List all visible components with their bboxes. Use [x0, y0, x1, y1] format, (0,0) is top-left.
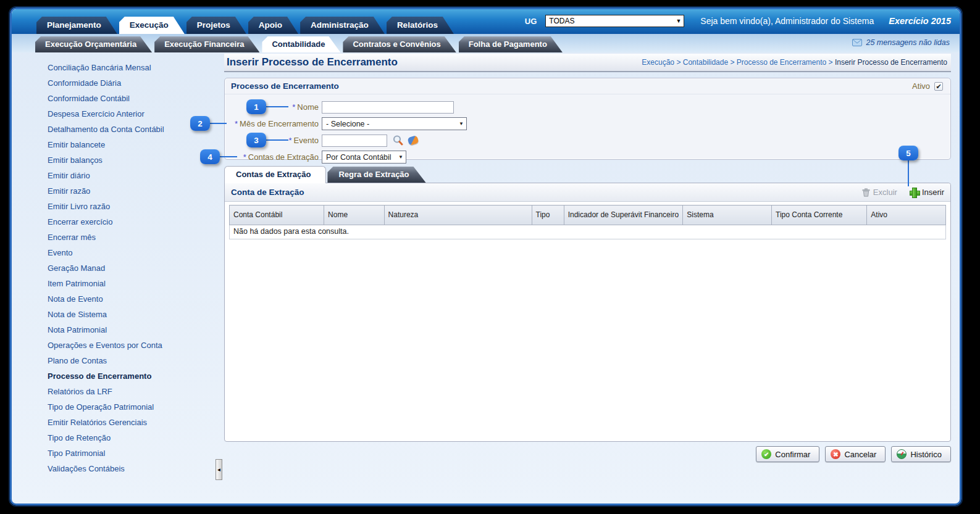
historico-button[interactable]: Histórico	[891, 446, 951, 462]
sidebar-item-relatorios-da-lrf[interactable]: Relatórios da LRF	[48, 384, 220, 399]
form-row-contas-extracao: *Contas de Extração Por Conta Contábil ▼	[225, 149, 950, 165]
secondary-tab-folha-de-pagamento[interactable]: Folha de Pagamento	[459, 36, 563, 52]
chevron-down-icon: ▼	[676, 18, 681, 24]
ativo-checkbox[interactable]: ✔	[934, 82, 943, 91]
sidebar-item-emitir-razao[interactable]: Emitir razão	[48, 183, 220, 199]
extraction-table: Conta ContábilNomeNaturezaTipoIndicador …	[229, 205, 946, 225]
breadcrumb-execucao[interactable]: Execução	[642, 58, 674, 67]
sidebar-item-conciliacao-bancaria-mensal[interactable]: Conciliação Bancária Mensal	[48, 60, 220, 75]
grid-toolbar-actions: Excluir Inserir	[862, 188, 944, 197]
breadcrumb-separator: >	[826, 58, 835, 67]
sidebar-item-validacoes-contabeis[interactable]: Validações Contábeis	[48, 461, 220, 476]
sidebar-item-nota-de-sistema[interactable]: Nota de Sistema	[48, 307, 220, 322]
required-marker: *	[292, 102, 295, 112]
grid-body: Conta ContábilNomeNaturezaTipoIndicador …	[229, 205, 946, 436]
confirmar-button[interactable]: Confirmar	[756, 446, 819, 462]
form-row-mes-encerramento: *Mês de Encerramento - Selecione - ▼	[225, 115, 950, 132]
exercise-label: Exercício 2015	[889, 16, 951, 26]
eraser-icon[interactable]	[407, 135, 419, 146]
primary-tab-relatorios[interactable]: Relatórios	[387, 17, 454, 34]
sidebar-item-geracao-manad[interactable]: Geração Manad	[48, 260, 220, 276]
evento-input[interactable]	[322, 135, 387, 147]
sidebar-item-tipo-patrimonial[interactable]: Tipo Patrimonial	[48, 446, 220, 461]
grid-toolbar: Conta de Extração Excluir	[225, 183, 950, 202]
sidebar-item-item-patrimonial[interactable]: Item Patrimonial	[48, 276, 220, 291]
cancelar-button[interactable]: Cancelar	[825, 446, 886, 462]
top-navigation-bar: PlanejamentoExecuçãoProjetosApoioAdminis…	[12, 9, 960, 34]
secondary-tab-contabilidade[interactable]: Contabilidade	[262, 36, 340, 52]
sidebar-item-evento[interactable]: Evento	[48, 245, 220, 260]
annotation-badge-1: 1	[246, 99, 266, 114]
annotation-badge-3: 3	[246, 133, 266, 147]
primary-tab-administracao[interactable]: Administração	[300, 17, 385, 34]
annotation-connector-4	[220, 156, 237, 157]
ug-select[interactable]: TODAS ▼	[545, 15, 684, 27]
sidebar-item-tipo-de-operacao-patrimonial[interactable]: Tipo de Operação Patrimonial	[48, 399, 220, 415]
primary-tab-projetos[interactable]: Projetos	[186, 17, 246, 34]
sidebar: Conciliação Bancária MensalConformidade …	[12, 52, 220, 504]
sidebar-item-encerrar-mes[interactable]: Encerrar mês	[48, 230, 220, 245]
mes-encerramento-select[interactable]: - Selecione - ▼	[322, 117, 467, 130]
column-ativo: Ativo	[867, 205, 946, 225]
required-marker: *	[243, 152, 246, 162]
ativo-label: Ativo	[912, 81, 930, 91]
annotation-connector-5	[908, 160, 909, 186]
messages-link[interactable]: 25 mensagens não lidas	[852, 38, 950, 47]
page-title: Inserir Processo de Encerramento	[227, 56, 398, 68]
form-panel-title: Processo de Encerramento	[231, 81, 339, 91]
column-nome: Nome	[324, 205, 384, 225]
secondary-tab-execucao-financeira[interactable]: Execução Financeira	[154, 36, 259, 52]
column-natureza: Natureza	[384, 205, 532, 225]
contas-extracao-value: Por Conta Contábil	[326, 153, 392, 162]
sidebar-item-processo-de-encerramento[interactable]: Processo de Encerramento	[48, 368, 220, 384]
sidebar-item-nota-patrimonial[interactable]: Nota Patrimonial	[48, 322, 220, 338]
breadcrumb-inserir-processo-de-encerramento[interactable]: Inserir Processo de Encerramento	[835, 58, 947, 67]
search-icon[interactable]	[392, 135, 404, 146]
sidebar-item-conformidade-contabil[interactable]: Conformidade Contábil	[48, 91, 220, 106]
secondary-tab-execucao-orcamentaria[interactable]: Execução Orçamentária	[35, 36, 152, 52]
sidebar-item-conformidade-diaria[interactable]: Conformidade Diária	[48, 75, 220, 91]
column-conta-contabil: Conta Contábil	[230, 205, 324, 225]
cancelar-label: Cancelar	[844, 450, 876, 459]
sidebar-item-encerrar-exercicio[interactable]: Encerrar exercício	[48, 214, 220, 230]
breadcrumb-contabilidade[interactable]: Contabilidade	[683, 58, 728, 67]
history-icon	[897, 449, 907, 459]
secondary-tab-contratos-e-convenios[interactable]: Contratos e Convênios	[343, 36, 456, 52]
primary-tab-execucao[interactable]: Execução	[119, 17, 185, 34]
tab-regra-de-extracao[interactable]: Regra de Extração	[327, 167, 425, 183]
messages-text: 25 mensagens não lidas	[866, 38, 950, 47]
contas-extracao-select[interactable]: Por Conta Contábil ▼	[322, 151, 406, 164]
secondary-navigation-bar: Execução OrçamentáriaExecução Financeira…	[12, 34, 960, 52]
chevron-down-icon: ▼	[459, 121, 464, 126]
tab-contas-de-extracao[interactable]: Contas de Extração	[224, 166, 326, 183]
column-tipo: Tipo	[532, 205, 564, 225]
sidebar-item-operacoes-e-eventos-por-conta[interactable]: Operações e Eventos por Conta	[48, 338, 220, 353]
mes-encerramento-label: *Mês de Encerramento	[225, 119, 319, 128]
sidebar-item-emitir-livro-razao[interactable]: Emitir Livro razão	[48, 199, 220, 214]
primary-tab-planejamento[interactable]: Planejamento	[36, 17, 117, 34]
sidebar-item-emitir-balancete[interactable]: Emitir balancete	[48, 137, 220, 152]
confirmar-label: Confirmar	[775, 450, 810, 459]
inserir-button[interactable]: Inserir	[910, 188, 944, 197]
sidebar-item-emitir-balancos[interactable]: Emitir balanços	[48, 152, 220, 168]
sidebar-item-emitir-relatorios-gerenciais[interactable]: Emitir Relatórios Gerenciais	[48, 415, 220, 430]
nome-input[interactable]	[322, 101, 454, 114]
primary-tab-apoio[interactable]: Apoio	[248, 17, 298, 34]
confirm-icon	[761, 449, 771, 459]
sidebar-item-nota-de-evento[interactable]: Nota de Evento	[48, 291, 220, 307]
extraction-tabs: Contas de ExtraçãoRegra de Extração	[224, 166, 951, 183]
annotation-badge-2: 2	[190, 116, 210, 131]
body-area: Conciliação Bancária MensalConformidade …	[12, 52, 960, 504]
sidebar-item-emitir-diario[interactable]: Emitir diário	[48, 168, 220, 183]
evento-icons	[392, 135, 418, 146]
sidebar-item-plano-de-contas[interactable]: Plano de Contas	[48, 353, 220, 368]
breadcrumb-processo-de-encerramento[interactable]: Processo de Encerramento	[737, 58, 826, 67]
form-fields: *Nome *Mês de Encerramento - Selecione -…	[225, 94, 950, 165]
sidebar-item-tipo-de-retencao[interactable]: Tipo de Retenção	[48, 430, 220, 446]
cancel-icon	[831, 449, 840, 459]
app-window: PlanejamentoExecuçãoProjetosApoioAdminis…	[10, 7, 961, 505]
grid-panel: Conta de Extração Excluir	[224, 183, 951, 442]
grid-title: Conta de Extração	[231, 188, 304, 197]
mail-icon	[852, 39, 862, 46]
excluir-button[interactable]: Excluir	[862, 188, 897, 197]
